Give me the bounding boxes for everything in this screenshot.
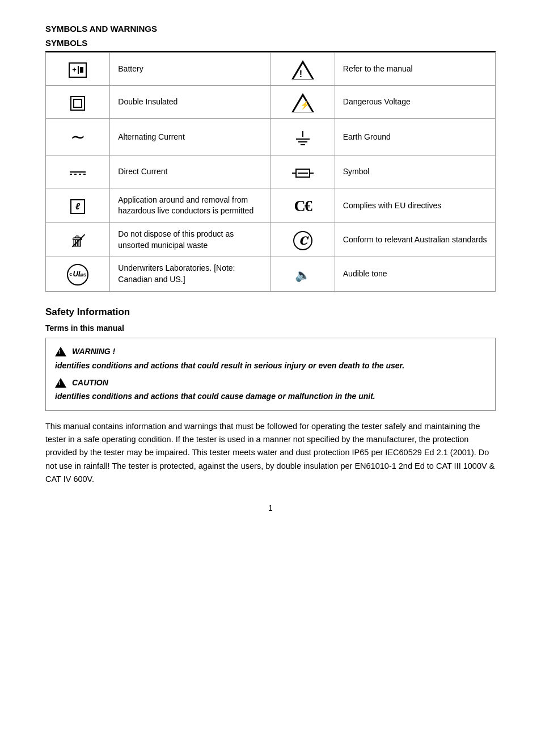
battery-icon-cell: +: [46, 53, 110, 86]
warning-box: ! WARNING ! identifies conditions and ac…: [45, 338, 496, 411]
ul-icon-cell: c UL us: [46, 257, 110, 291]
main-title: SYMBOLS AND WARNINGS: [45, 23, 496, 35]
earth-ground-label: Earth Ground: [335, 119, 495, 156]
ac-icon-cell: ∼: [46, 119, 110, 156]
symbols-heading: SYMBOLS: [45, 37, 496, 52]
caution-header: ! CAUTION: [55, 377, 486, 389]
table-row: ∼ Alternating Current Earth Ground: [46, 119, 496, 156]
ac-label: Alternating Current: [110, 119, 270, 156]
safety-title: Safety Information: [45, 305, 496, 319]
warning-label: WARNING !: [72, 346, 115, 358]
table-row: c UL us Underwriters Laboratories. [Note…: [46, 257, 496, 291]
double-insulated-label: Double Insulated: [110, 86, 270, 119]
aus-icon-cell: 𝐂: [270, 223, 335, 257]
waste-label: Do not dispose of this product as unsort…: [110, 223, 270, 257]
earth-ground-icon-cell: [270, 119, 335, 156]
page-number: 1: [45, 503, 496, 514]
refer-manual-icon-cell: !: [270, 53, 335, 86]
battery-label: Battery: [110, 53, 270, 86]
fuse-symbol-icon-cell: [270, 156, 335, 188]
waste-icon-cell: 🗑: [46, 223, 110, 257]
terms-label: Terms in this manual: [45, 323, 496, 334]
symbols-table: + Battery ! Refer to the manual Double I…: [45, 52, 496, 292]
table-row: Direct Current Symbol: [46, 156, 496, 188]
audible-label: Audible tone: [335, 257, 495, 291]
hazard-live-label: Application around and removal from haza…: [110, 188, 270, 223]
caution-label: CAUTION: [72, 377, 108, 389]
dc-icon-cell: [46, 156, 110, 188]
audible-icon-cell: 🔈: [270, 257, 335, 291]
safety-section: Safety Information Terms in this manual …: [45, 305, 496, 486]
table-row: Double Insulated ⚡ Dangerous Voltage: [46, 86, 496, 119]
aus-label: Conform to relevant Australian standards: [335, 223, 495, 257]
ce-label: Complies with EU directives: [335, 188, 495, 223]
table-row: 🗑 Do not dispose of this product as unso…: [46, 223, 496, 257]
table-row: + Battery ! Refer to the manual: [46, 53, 496, 86]
table-row: ℓ Application around and removal from ha…: [46, 188, 496, 223]
hazard-live-icon-cell: ℓ: [46, 188, 110, 223]
warning-header: ! WARNING !: [55, 346, 486, 358]
caution-description: identifies conditions and actions that c…: [55, 390, 486, 402]
fuse-symbol-label: Symbol: [335, 156, 495, 188]
dangerous-voltage-label: Dangerous Voltage: [335, 86, 495, 119]
dangerous-voltage-icon-cell: ⚡: [270, 86, 335, 119]
ce-icon-cell: C€: [270, 188, 335, 223]
refer-manual-label: Refer to the manual: [335, 53, 495, 86]
ul-label: Underwriters Laboratories. [Note: Canadi…: [110, 257, 270, 291]
safety-body-text: This manual contains information and war…: [45, 420, 496, 486]
dc-label: Direct Current: [110, 156, 270, 188]
double-insulated-icon-cell: [46, 86, 110, 119]
warning-description: identifies conditions and actions that c…: [55, 360, 486, 372]
